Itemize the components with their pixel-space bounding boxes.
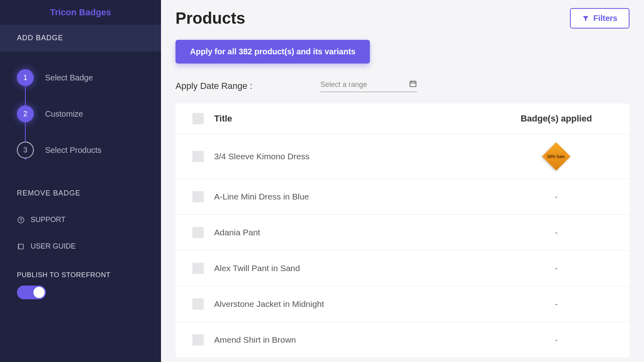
svg-text:?: ? — [20, 217, 22, 222]
toggle-knob — [33, 287, 45, 298]
step-customize[interactable]: 2 Customize — [0, 96, 161, 132]
header-row: Products Filters — [175, 8, 630, 29]
badge-empty: - — [555, 300, 558, 309]
sale-badge-icon: 50% Sale — [542, 142, 571, 171]
product-title: Alverstone Jacket in Midnight — [214, 299, 324, 309]
row-checkbox[interactable] — [192, 263, 204, 274]
row-checkbox[interactable] — [192, 334, 204, 346]
table-header: Title Badge(s) applied — [175, 103, 630, 134]
step-label: Select Products — [45, 146, 101, 155]
table-row: Amend Shirt in Brown- — [175, 322, 630, 358]
product-title: 3/4 Sleeve Kimono Dress — [214, 152, 310, 161]
publish-label: PUBLISH TO STOREFRONT — [17, 271, 144, 279]
menu-add-badge[interactable]: ADD BADGE — [0, 25, 161, 51]
row-checkbox[interactable] — [192, 298, 204, 310]
apply-all-button[interactable]: Apply for all 382 product(s) and its var… — [175, 40, 370, 64]
step-number-3: 3 — [17, 142, 34, 158]
date-range-input[interactable]: Select a range — [320, 80, 417, 92]
products-table: Title Badge(s) applied 3/4 Sleeve Kimono… — [175, 103, 630, 358]
menu-remove-badge[interactable]: REMOVE BADGE — [0, 180, 161, 207]
svg-rect-3 — [410, 81, 416, 86]
product-title: Alex Twill Pant in Sand — [214, 263, 300, 273]
select-all-checkbox[interactable] — [192, 113, 204, 124]
table-row: Alex Twill Pant in Sand- — [175, 251, 630, 286]
publish-toggle[interactable] — [17, 286, 46, 299]
step-number-1: 1 — [17, 69, 34, 86]
product-title: Adania Pant — [214, 228, 260, 237]
filters-button[interactable]: Filters — [570, 8, 630, 29]
menu-user-guide[interactable]: USER GUIDE — [0, 233, 161, 260]
product-title: A-Line Mini Dress in Blue — [214, 192, 309, 201]
table-row: Alverstone Jacket in Midnight- — [175, 286, 630, 322]
main-content: Products Filters Apply for all 382 produ… — [161, 0, 644, 362]
step-number-2: 2 — [17, 105, 34, 122]
table-row: A-Line Mini Dress in Blue- — [175, 179, 630, 215]
step-label: Customize — [45, 109, 83, 119]
sidebar: Tricon Badges ADD BADGE 1 Select Badge 2… — [0, 0, 161, 362]
filter-icon — [582, 15, 589, 22]
help-icon: ? — [17, 216, 25, 224]
table-row: 3/4 Sleeve Kimono Dress50% Sale — [175, 134, 630, 179]
badge-empty: - — [555, 264, 558, 273]
badge-empty: - — [555, 228, 558, 237]
filters-label: Filters — [593, 14, 617, 23]
date-placeholder: Select a range — [320, 80, 367, 89]
badge-empty: - — [555, 192, 558, 201]
page-title: Products — [175, 9, 245, 27]
stepper: 1 Select Badge 2 Customize 3 Select Prod… — [0, 51, 161, 180]
book-icon — [17, 243, 25, 251]
row-checkbox[interactable] — [192, 191, 204, 202]
date-range-label: Apply Date Range : — [175, 81, 320, 91]
column-title: Title — [214, 113, 232, 123]
product-title: Amend Shirt in Brown — [214, 335, 296, 344]
menu-support[interactable]: ? SUPPORT — [0, 207, 161, 233]
step-label: Select Badge — [45, 73, 93, 82]
menu-user-guide-label: USER GUIDE — [31, 242, 76, 251]
row-checkbox[interactable] — [192, 151, 204, 162]
date-range-row: Apply Date Range : Select a range — [175, 80, 630, 92]
column-badge: Badge(s) applied — [520, 113, 592, 123]
step-select-badge[interactable]: 1 Select Badge — [0, 60, 161, 96]
table-row: Adania Pant- — [175, 215, 630, 251]
badge-empty: - — [555, 335, 558, 344]
publish-section: PUBLISH TO STOREFRONT — [0, 260, 161, 311]
step-select-products[interactable]: 3 Select Products — [0, 132, 161, 168]
calendar-icon — [409, 80, 417, 89]
menu-support-label: SUPPORT — [31, 216, 66, 224]
app-title: Tricon Badges — [0, 0, 161, 25]
row-checkbox[interactable] — [192, 227, 204, 238]
